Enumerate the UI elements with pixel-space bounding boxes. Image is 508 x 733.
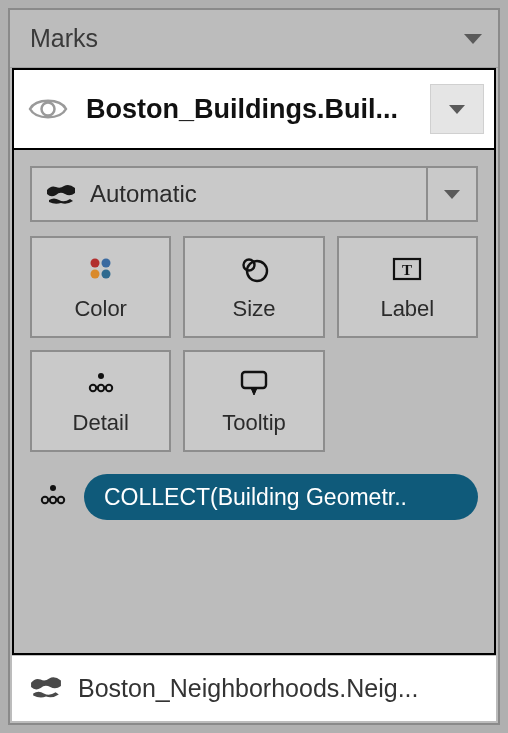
mark-pill-row: COLLECT(Building Geometr..: [30, 474, 478, 520]
field-pill-geometry[interactable]: COLLECT(Building Geometr..: [84, 474, 478, 520]
svg-point-15: [42, 497, 48, 503]
svg-point-14: [50, 485, 56, 491]
marks-header[interactable]: Marks: [10, 10, 498, 68]
marks-panel: Marks Boston_Buildings.Buil...: [8, 8, 500, 725]
detail-shelf[interactable]: Detail: [30, 350, 171, 452]
color-icon: [86, 252, 116, 286]
svg-point-17: [58, 497, 64, 503]
size-shelf[interactable]: Size: [183, 236, 324, 338]
globe-icon: [46, 183, 76, 205]
size-icon: [237, 252, 271, 286]
mark-shelves: Color Size T Label: [30, 236, 478, 452]
eye-icon: [28, 96, 68, 122]
color-shelf[interactable]: Color: [30, 236, 171, 338]
detail-label: Detail: [73, 410, 129, 436]
label-label: Label: [380, 296, 434, 322]
pill-text: COLLECT(Building Geometr..: [104, 484, 407, 511]
svg-rect-13: [242, 372, 266, 388]
empty-shelf-slot: [337, 350, 478, 452]
size-label: Size: [233, 296, 276, 322]
color-label: Color: [74, 296, 127, 322]
svg-point-1: [90, 259, 99, 268]
svg-point-11: [97, 385, 103, 391]
label-shelf[interactable]: T Label: [337, 236, 478, 338]
marks-title: Marks: [30, 24, 98, 53]
label-icon: T: [391, 252, 423, 286]
mark-type-main: Automatic: [32, 168, 426, 220]
chevron-down-icon: [449, 105, 465, 114]
svg-point-10: [89, 385, 95, 391]
svg-point-16: [50, 497, 56, 503]
mark-type-dropdown[interactable]: [426, 168, 476, 220]
svg-point-0: [42, 103, 55, 116]
svg-point-9: [98, 373, 104, 379]
chevron-down-icon: [444, 190, 460, 199]
tooltip-icon: [238, 366, 270, 400]
mark-type-selector[interactable]: Automatic: [30, 166, 478, 222]
mark-type-label: Automatic: [90, 180, 197, 208]
detail-icon[interactable]: [36, 482, 70, 512]
svg-point-12: [105, 385, 111, 391]
tooltip-shelf[interactable]: Tooltip: [183, 350, 324, 452]
marks-body: Automatic Color: [12, 150, 496, 655]
svg-point-3: [90, 270, 99, 279]
svg-point-4: [101, 270, 110, 279]
layer-row-collapsed[interactable]: Boston_Neighborhoods.Neig...: [12, 655, 496, 721]
chevron-down-icon: [464, 34, 482, 44]
active-layer-title: Boston_Buildings.Buil...: [86, 94, 412, 125]
svg-text:T: T: [402, 262, 412, 278]
svg-point-2: [101, 259, 110, 268]
detail-icon: [85, 366, 117, 400]
tooltip-label: Tooltip: [222, 410, 286, 436]
globe-icon: [30, 675, 62, 703]
layer-row-active[interactable]: Boston_Buildings.Buil...: [12, 68, 496, 150]
collapsed-layer-title: Boston_Neighborhoods.Neig...: [78, 674, 478, 703]
layer-dropdown-button[interactable]: [430, 84, 484, 134]
